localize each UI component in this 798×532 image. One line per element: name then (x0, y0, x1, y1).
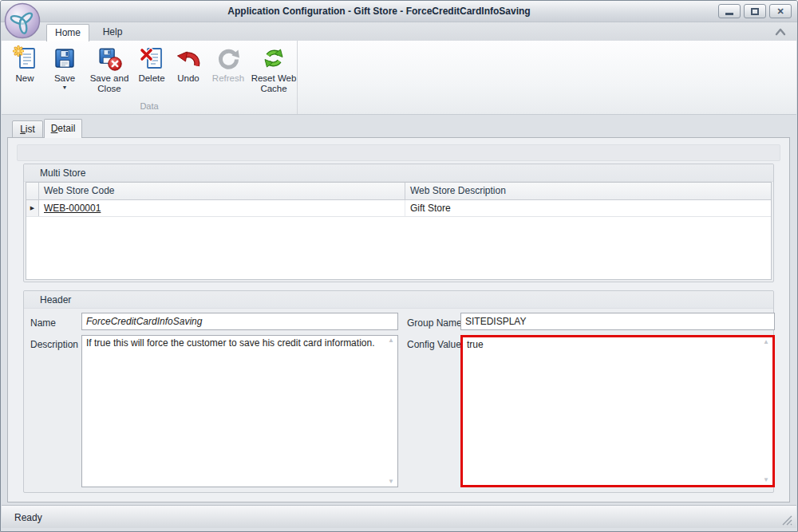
delete-icon (139, 45, 164, 71)
save-and-close-icon (97, 45, 122, 71)
multi-store-group: Multi Store Web Store Code Web Store Des… (23, 164, 774, 282)
window-title: Application Configuration - Gift Store -… (49, 6, 709, 17)
description-label: Description (30, 339, 78, 350)
status-text: Ready (14, 512, 42, 523)
refresh-icon (215, 45, 241, 71)
cell-web-store-code[interactable]: WEB-000001 (39, 200, 405, 216)
tab-list-label: ist (26, 124, 35, 135)
ribbon-group-data: New Save ▼ (2, 41, 298, 114)
web-store-code-link[interactable]: WEB-000001 (44, 203, 101, 214)
ribbon-tab-home[interactable]: Home (46, 24, 89, 41)
resize-grip-icon[interactable] (782, 514, 792, 525)
table-row[interactable]: ▶ WEB-000001 Gift Store (26, 200, 771, 217)
ribbon-tab-help[interactable]: Help (92, 24, 133, 41)
titlebar: Application Configuration - Gift Store -… (1, 1, 797, 22)
cell-web-store-description: Gift Store (405, 200, 771, 216)
group-name-field[interactable] (460, 313, 775, 330)
page-top-panel (17, 144, 780, 161)
group-name-label: Group Name (407, 317, 462, 329)
dropdown-caret-icon[interactable]: ▼ (62, 85, 68, 90)
scroll-up-icon[interactable]: ▲ (763, 339, 769, 345)
grid-indicator-header (26, 183, 39, 200)
tab-detail-label: etail (57, 123, 75, 134)
status-bar: Ready (2, 505, 796, 528)
close-icon: ✕ (776, 7, 784, 16)
save-button-label: Save (54, 73, 75, 84)
application-menu-button[interactable] (4, 2, 41, 39)
header-group-title: Header (24, 291, 773, 309)
minimize-icon (725, 13, 733, 15)
scroll-down-icon[interactable]: ▼ (763, 477, 769, 483)
save-icon (52, 45, 77, 71)
app-logo-icon (4, 2, 41, 39)
refresh-button-label: Refresh (212, 73, 244, 84)
name-label: Name (30, 317, 56, 329)
grid-column-web-store-code[interactable]: Web Store Code (39, 183, 405, 200)
grid-column-web-store-description[interactable]: Web Store Description (405, 183, 771, 200)
scroll-down-icon[interactable]: ▼ (388, 479, 394, 485)
close-button[interactable]: ✕ (769, 4, 792, 18)
ribbon-body: New Save ▼ (2, 41, 796, 115)
maximize-icon (751, 8, 759, 15)
scroll-up-icon[interactable]: ▲ (388, 337, 394, 344)
chevron-up-icon (773, 26, 788, 37)
ribbon-group-caption: Data (2, 101, 297, 113)
detail-page: Multi Store Web Store Code Web Store Des… (7, 137, 790, 502)
config-value-memo: true ▲ ▼ (460, 335, 775, 487)
window-controls: ✕ (718, 4, 792, 18)
save-and-close-button-label: Save and Close (86, 73, 132, 94)
ribbon-tab-home-label: Home (55, 27, 81, 38)
ribbon-tab-row: Home Help (1, 22, 797, 41)
description-memo: If true this will force the customer to … (81, 335, 398, 487)
ribbon-tab-help-label: Help (103, 26, 123, 37)
reset-web-cache-button-label: Reset Web Cache (248, 73, 299, 94)
undo-icon (176, 45, 201, 71)
tab-list[interactable]: List (12, 120, 43, 138)
config-value-field[interactable]: true (463, 337, 772, 485)
multi-store-group-title: Multi Store (24, 164, 773, 182)
ribbon-collapse-button[interactable] (773, 26, 788, 37)
tab-list-accel: L (20, 124, 26, 135)
multi-store-grid: Web Store Code Web Store Description ▶ W… (26, 182, 772, 280)
new-button-label: New (15, 73, 34, 84)
row-indicator-icon: ▶ (30, 205, 34, 211)
header-group: Header Name Group Name Description If tr… (23, 290, 774, 493)
new-document-icon (12, 45, 38, 71)
application-window: Application Configuration - Gift Store -… (0, 0, 798, 532)
undo-button-label: Undo (177, 73, 200, 84)
delete-button-label: Delete (138, 73, 164, 84)
grid-header-row: Web Store Code Web Store Description (26, 183, 771, 200)
config-value-label: Config Value (407, 339, 461, 350)
name-field[interactable] (81, 313, 398, 330)
maximize-button[interactable] (744, 4, 766, 18)
row-indicator: ▶ (26, 200, 39, 216)
minimize-button[interactable] (718, 4, 741, 18)
tab-detail[interactable]: Detail (44, 119, 82, 138)
description-field[interactable]: If true this will force the customer to … (82, 336, 397, 487)
reset-web-cache-icon (261, 45, 286, 71)
